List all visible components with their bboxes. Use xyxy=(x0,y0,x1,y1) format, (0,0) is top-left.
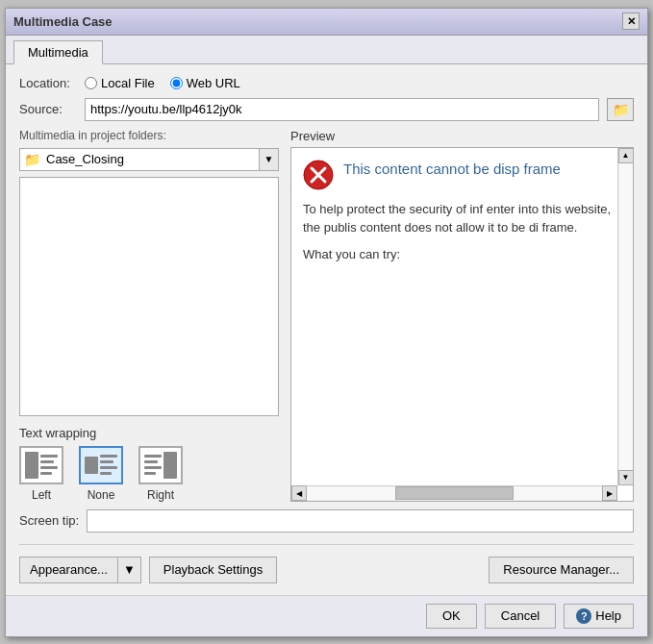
folder-select-value: Case_Closing xyxy=(44,152,259,166)
resource-manager-button[interactable]: Resource Manager... xyxy=(489,557,634,583)
window-title: Multimedia Case xyxy=(13,14,113,29)
main-window: Multimedia Case ✕ Multimedia Location: L… xyxy=(5,8,648,637)
ok-button[interactable]: OK xyxy=(426,604,477,629)
scroll-track-y xyxy=(619,163,633,470)
local-file-label: Local File xyxy=(101,76,155,90)
preview-content: This content cannot be disp frame To hel… xyxy=(291,148,633,281)
preview-error-try: What you can try: xyxy=(303,247,614,261)
tw-none-img xyxy=(85,457,98,474)
location-radio-group: Local File Web URL xyxy=(85,76,240,90)
tw-none-caption: None xyxy=(88,488,115,502)
help-label: Help xyxy=(595,608,621,623)
playback-settings-button[interactable]: Playback Settings xyxy=(149,557,277,583)
tw-left-line4 xyxy=(40,472,52,475)
scroll-up-btn[interactable]: ▲ xyxy=(618,148,634,163)
screen-tip-input[interactable] xyxy=(87,509,634,533)
tw-left-icon xyxy=(19,446,63,484)
local-file-radio[interactable] xyxy=(85,77,97,89)
tw-right-caption: Right xyxy=(147,488,174,502)
tw-right-line4 xyxy=(144,472,156,475)
folder-select[interactable]: 📁 Case_Closing ▼ xyxy=(19,148,279,171)
preview-scrollbar-x[interactable]: ◀ ▶ xyxy=(291,485,617,501)
tw-none-line1 xyxy=(100,455,117,458)
tw-left-line2 xyxy=(40,460,54,463)
scroll-track-x xyxy=(307,486,602,500)
help-button[interactable]: ? Help xyxy=(564,604,634,629)
preview-scrollbar-y[interactable]: ▲ ▼ xyxy=(617,148,633,485)
tw-right-line2 xyxy=(144,460,158,463)
preview-label: Preview xyxy=(290,129,634,143)
tw-right-lines xyxy=(144,455,162,475)
media-listbox[interactable] xyxy=(19,177,279,416)
tab-bar: Multimedia xyxy=(6,36,647,64)
screen-tip-row: Screen tip: xyxy=(19,509,634,533)
scroll-thumb-x xyxy=(395,486,514,500)
preview-error-title: This content cannot be disp frame xyxy=(343,160,561,179)
text-wrapping-options: Left xyxy=(19,446,279,502)
browse-button[interactable]: 📁 xyxy=(607,98,634,121)
tw-none-lines xyxy=(100,455,117,475)
web-url-option[interactable]: Web URL xyxy=(170,76,240,90)
source-row: Source: 📁 xyxy=(19,98,634,121)
folder-select-icon: 📁 xyxy=(20,152,44,167)
appearance-split-button: Appearance... ▼ xyxy=(19,557,141,583)
tw-right-line1 xyxy=(144,455,162,458)
folder-dropdown-arrow[interactable]: ▼ xyxy=(259,149,278,170)
cancel-button[interactable]: Cancel xyxy=(485,604,556,629)
error-row: This content cannot be disp frame xyxy=(303,160,614,190)
scroll-right-btn[interactable]: ▶ xyxy=(602,485,617,501)
close-button[interactable]: ✕ xyxy=(622,12,640,30)
folder-icon: 📁 xyxy=(613,102,629,117)
error-icon xyxy=(303,160,334,190)
two-column-layout: Multimedia in project folders: 📁 Case_Cl… xyxy=(19,129,634,502)
tw-left-caption: Left xyxy=(32,488,51,502)
tw-none-visual xyxy=(85,455,117,475)
source-input[interactable] xyxy=(85,98,599,121)
tw-left-line1 xyxy=(40,455,58,458)
content-area: Location: Local File Web URL Source: 📁 xyxy=(6,64,647,595)
tw-right-img xyxy=(163,452,177,479)
tw-none-line4 xyxy=(100,472,112,475)
location-row: Location: Local File Web URL xyxy=(19,76,634,90)
tw-left-option[interactable]: Left xyxy=(19,446,63,502)
web-url-label: Web URL xyxy=(187,76,240,90)
location-label: Location: xyxy=(19,76,77,90)
title-bar: Multimedia Case ✕ xyxy=(6,9,647,36)
screen-tip-label: Screen tip: xyxy=(19,513,79,528)
divider xyxy=(19,544,634,545)
footer: OK Cancel ? Help xyxy=(6,595,647,636)
scroll-down-btn[interactable]: ▼ xyxy=(618,470,634,485)
text-wrapping-label: Text wrapping xyxy=(19,426,279,440)
tw-left-line3 xyxy=(40,466,58,469)
tab-multimedia[interactable]: Multimedia xyxy=(13,40,103,64)
appearance-main-button[interactable]: Appearance... xyxy=(20,557,118,582)
tw-left-lines xyxy=(40,455,58,475)
left-column: Multimedia in project folders: 📁 Case_Cl… xyxy=(19,129,279,502)
right-column: Preview This content cannot be disp fram… xyxy=(290,129,634,502)
preview-box: This content cannot be disp frame To hel… xyxy=(290,147,634,502)
source-label: Source: xyxy=(19,102,77,116)
tw-none-option[interactable]: None xyxy=(79,446,123,502)
tw-none-line2 xyxy=(100,460,113,463)
tw-right-visual xyxy=(144,452,177,479)
tw-right-line3 xyxy=(144,466,162,469)
tw-right-option[interactable]: Right xyxy=(138,446,183,502)
bottom-buttons: Appearance... ▼ Playback Settings Resour… xyxy=(19,557,634,583)
tw-none-line3 xyxy=(100,466,117,469)
tw-left-img xyxy=(25,452,38,479)
tw-right-icon xyxy=(138,446,183,484)
appearance-dropdown-button[interactable]: ▼ xyxy=(118,557,140,582)
tw-none-icon xyxy=(79,446,123,484)
text-wrapping-section: Text wrapping xyxy=(19,426,279,502)
web-url-radio[interactable] xyxy=(170,77,183,89)
local-file-option[interactable]: Local File xyxy=(85,76,155,90)
preview-error-body: To help protect the security of inf ente… xyxy=(303,200,614,237)
multimedia-folders-label: Multimedia in project folders: xyxy=(19,129,279,142)
tw-left-visual xyxy=(25,452,58,479)
scroll-left-btn[interactable]: ◀ xyxy=(291,485,307,501)
help-icon: ? xyxy=(576,608,591,624)
